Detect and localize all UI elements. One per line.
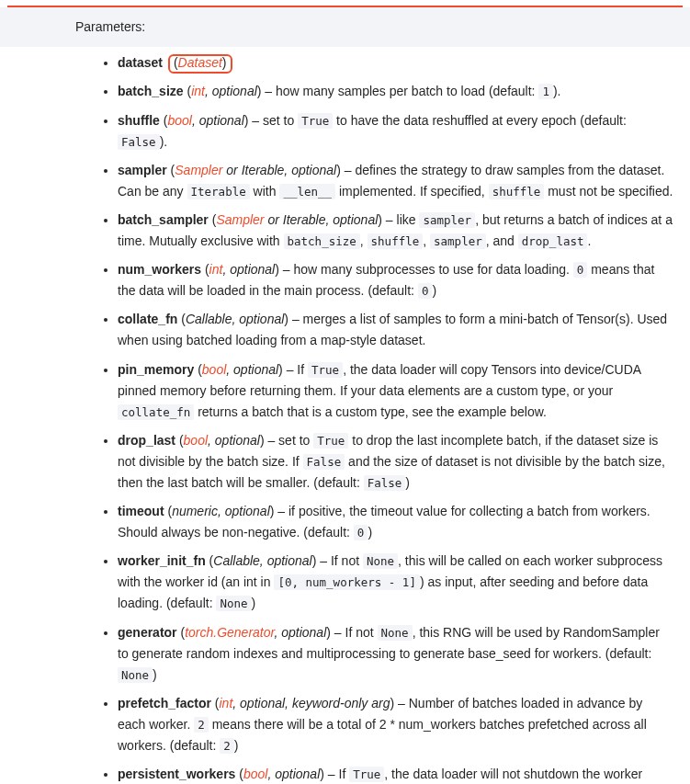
code-literal: 0 [354,525,368,540]
code-literal: 0 [418,283,433,299]
param-type-optional: optional [239,312,284,326]
code-literal: None [118,667,153,683]
param-desc-text: – set to [248,113,298,128]
param-name: sampler [118,163,167,177]
param-desc-text: must not be specified. [544,184,673,199]
param-name: batch_sampler [118,212,209,227]
param-type-sep: , [192,113,199,128]
param-type-link[interactable]: int [209,262,223,277]
param-type-extra: keyword-only arg [292,696,390,710]
param-desc-text: ) [368,525,372,540]
param-type-plain: Callable [213,553,260,568]
param-desc-text: implemented. If specified, [335,184,489,199]
param-type-sep: , [232,696,240,710]
code-literal: 2 [220,738,234,754]
param-item: prefetch_factor (int, optional, keyword-… [118,693,673,756]
param-type-optional: optional [225,504,270,518]
param-desc-text: ). [160,134,168,149]
param-type-optional: optional [333,212,378,227]
param-item: batch_size (int, optional) – how many sa… [118,81,673,102]
param-type-link[interactable]: torch.Generator [185,625,274,640]
code-literal: True [349,767,384,782]
param-name: shuffle [118,113,160,128]
code-literal: 0 [573,262,588,278]
param-item: collate_fn (Callable, optional) – merges… [118,309,673,351]
param-desc-text: , [423,233,430,248]
param-type-link[interactable]: Dataset [178,55,222,70]
param-desc-text: – If not [331,625,378,640]
param-desc-text: – If [324,767,349,781]
param-name: dataset [118,55,163,70]
code-literal: 1 [538,84,553,99]
highlight-box: (Dataset) [168,54,232,74]
code-literal: False [303,454,345,470]
param-desc-text: to have the data reshuffled at every epo… [333,113,627,128]
param-name: worker_init_fn [118,553,206,568]
param-desc-text: , [360,233,368,248]
param-type-sep: , [284,163,291,177]
param-type-plain: Iterable [242,163,285,177]
param-type-optional: optional [281,625,326,640]
code-literal: 2 [194,717,209,733]
param-type-link[interactable]: int [191,84,205,98]
param-name: timeout [118,504,164,518]
param-desc-text: ). [553,84,561,98]
param-item: batch_sampler (Sampler or Iterable, opti… [118,210,673,252]
code-literal: sampler [430,233,486,249]
param-type-sep: , [260,553,267,568]
param-item: worker_init_fn (Callable, optional) – If… [118,551,673,614]
param-type-link[interactable]: bool [202,362,226,377]
code-literal: shuffle [368,233,424,249]
param-type-link[interactable]: Sampler [175,163,222,177]
code-literal: False [364,475,406,491]
code-literal: False [118,134,160,150]
param-desc-text: , the data loader will copy Tensors into… [118,362,640,398]
param-type-sep: , [285,696,292,710]
code-literal: True [308,362,343,378]
param-type-link[interactable]: int [219,696,232,710]
param-item: timeout (numeric, optional) – if positiv… [118,501,673,543]
param-type-link[interactable]: bool [167,113,191,128]
param-type-plain: numeric [172,504,218,518]
param-desc-text: . [587,233,591,248]
code-literal: None [363,553,398,569]
param-item: generator (torch.Generator, optional) – … [118,622,673,686]
code-literal: batch_size [284,233,360,249]
param-desc-text: ) [252,596,256,610]
param-type-optional: optional [275,767,320,781]
parameters-header: Parameters: [0,7,690,47]
code-literal: None [216,596,251,611]
code-literal: shuffle [489,184,545,199]
param-name: prefetch_factor [118,696,211,710]
param-type-sep: or [222,163,241,177]
code-literal: True [298,113,333,129]
code-literal: Iterable [187,184,250,199]
param-type-optional: optional [240,696,285,710]
param-type-optional: optional [233,362,278,377]
param-type-sep: , [218,504,225,518]
parameter-list: dataset (Dataset)batch_size (int, option… [0,52,690,784]
code-literal: drop_last [518,233,588,249]
param-type-optional: optional [230,262,275,277]
param-type-optional: optional [291,163,336,177]
param-desc-text: – If [283,362,308,377]
param-desc-text: – how many samples per batch to load (de… [261,84,538,98]
param-type-link[interactable]: Sampler [216,212,264,227]
code-literal: collate_fn [118,404,194,420]
param-type-sep: or [265,212,283,227]
param-desc-text: – set to [265,433,314,448]
param-name: num_workers [118,262,201,277]
param-desc-text: – like [382,212,419,227]
param-desc-text: ) [432,283,436,298]
code-literal: sampler [419,212,475,228]
param-name: pin_memory [118,362,194,377]
param-type-link[interactable]: bool [184,433,208,448]
param-item: shuffle (bool, optional) – set to True t… [118,110,673,153]
param-item: dataset (Dataset) [118,52,673,74]
param-item: pin_memory (bool, optional) – If True, t… [118,359,673,423]
param-desc-text: with [250,184,280,199]
param-type-plain: Callable [186,312,232,326]
param-type-link[interactable]: bool [243,767,267,781]
param-item: num_workers (int, optional) – how many s… [118,259,673,301]
param-name: batch_size [118,84,184,98]
